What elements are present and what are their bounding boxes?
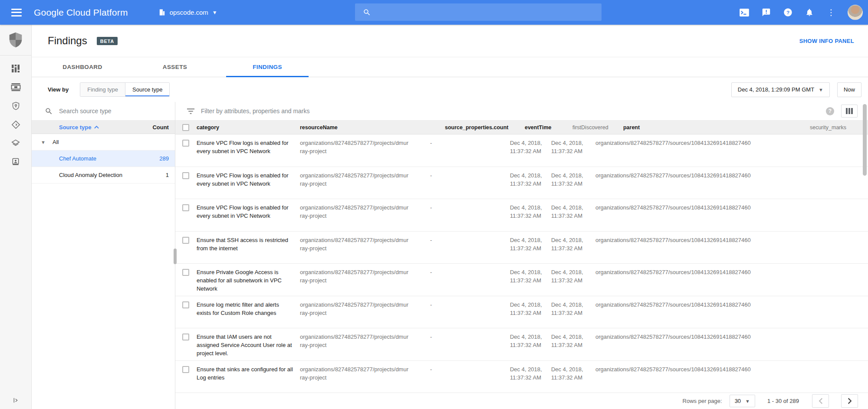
- left-nav-rail: [0, 25, 32, 409]
- row-checkbox[interactable]: [182, 366, 189, 373]
- gcp-security-findings-page: Google Cloud Platform opscode.com ▼ ?: [0, 0, 868, 409]
- cell-category: Ensure that sinks are configured for all…: [197, 365, 300, 393]
- show-info-panel-link[interactable]: SHOW INFO PANEL: [799, 38, 854, 44]
- expander-triangle-icon[interactable]: ▼: [41, 140, 47, 145]
- tab-assets[interactable]: ASSETS: [134, 57, 216, 77]
- source-row-chef-automate[interactable]: Chef Automate 289: [32, 151, 175, 167]
- scrollbar-thumb[interactable]: [863, 104, 867, 176]
- table-row[interactable]: Ensure VPC Flow logs is enabled for ever…: [175, 167, 868, 200]
- feedback-icon[interactable]: [761, 7, 771, 18]
- sources-icon[interactable]: [7, 137, 24, 149]
- row-checkbox[interactable]: [182, 172, 189, 179]
- time-select-button[interactable]: Dec 4, 2018, 1:29:09 PM GMT ▼: [731, 82, 830, 97]
- global-search[interactable]: [355, 3, 602, 21]
- cell-category: Ensure VPC Flow logs is enabled for ever…: [197, 139, 300, 167]
- column-header-event-time[interactable]: eventTime: [525, 124, 572, 131]
- cell-source-properties-count: -: [430, 236, 510, 264]
- cell-source-properties-count: -: [430, 301, 510, 328]
- source-type-search-input[interactable]: [53, 108, 175, 115]
- column-header-security-marks[interactable]: security_marks: [810, 124, 868, 131]
- time-select-value: Dec 4, 2018, 1:29:09 PM GMT: [738, 86, 814, 93]
- findings-filter-input[interactable]: [195, 108, 826, 115]
- cell-security-marks: [782, 301, 868, 328]
- source-row-all[interactable]: ▼ All: [32, 134, 175, 151]
- source-type-column-header[interactable]: Source type: [59, 124, 99, 131]
- table-row[interactable]: Ensure VPC Flow logs is enabled for ever…: [175, 134, 868, 167]
- org-name: opscode.com: [170, 9, 208, 16]
- cell-event-time: Dec 4, 2018, 11:37:32 AM: [510, 139, 551, 167]
- panel-resize-handle[interactable]: [174, 249, 177, 264]
- filter-help-icon[interactable]: ?: [826, 107, 834, 115]
- row-checkbox[interactable]: [182, 237, 189, 244]
- column-header-category[interactable]: category: [197, 124, 300, 131]
- cell-first-discovered: Dec 4, 2018, 11:37:32 AM: [551, 171, 595, 199]
- source-panel-header: Source type Count: [32, 121, 175, 134]
- tab-findings[interactable]: FINDINGS: [226, 57, 309, 77]
- row-checkbox[interactable]: [182, 204, 189, 211]
- security-command-center-logo[interactable]: [0, 25, 31, 56]
- org-selector[interactable]: opscode.com ▼: [158, 9, 217, 16]
- chevron-right-icon: [848, 398, 852, 404]
- row-checkbox[interactable]: [182, 140, 189, 147]
- source-row-cloud-anomaly-detection[interactable]: Cloud Anomaly Detection 1: [32, 167, 175, 183]
- toggle-finding-type[interactable]: Finding type: [80, 83, 125, 96]
- column-header-source-properties-count[interactable]: source_properties.count: [445, 124, 525, 131]
- table-row[interactable]: Ensure Private Google Access is enabled …: [175, 264, 868, 296]
- column-header-parent[interactable]: parent: [623, 124, 810, 131]
- cell-security-marks: [782, 365, 868, 393]
- rows-per-page-label: Rows per page:: [683, 398, 722, 404]
- cell-resource-name: organizations/827482578277/projects/dmur…: [300, 365, 430, 393]
- row-checkbox[interactable]: [182, 301, 189, 308]
- findings-icon[interactable]: [7, 100, 24, 111]
- previous-page-button[interactable]: [812, 394, 829, 408]
- now-button[interactable]: Now: [837, 82, 861, 97]
- table-row[interactable]: Ensure that SSH access is restricted fro…: [175, 232, 868, 264]
- select-all-checkbox[interactable]: [182, 124, 189, 131]
- more-options-icon[interactable]: ⋮: [826, 7, 836, 18]
- table-row[interactable]: Ensure VPC Flow logs is enabled for ever…: [175, 199, 868, 232]
- table-row[interactable]: Ensure log metric filter and alerts exis…: [175, 296, 868, 329]
- row-checkbox[interactable]: [182, 269, 189, 276]
- avatar[interactable]: [848, 5, 863, 20]
- anomalies-icon[interactable]: [7, 119, 24, 130]
- assets-icon[interactable]: [7, 82, 24, 93]
- notifications-bell-icon[interactable]: [804, 7, 815, 18]
- chevron-down-icon: ▼: [212, 10, 217, 16]
- hamburger-menu-icon[interactable]: [11, 9, 22, 16]
- top-app-bar: Google Cloud Platform opscode.com ▼ ?: [0, 0, 868, 25]
- cell-security-marks: [782, 268, 868, 296]
- cell-category: Ensure VPC Flow logs is enabled for ever…: [197, 203, 300, 231]
- column-display-options-button[interactable]: [841, 105, 858, 118]
- cell-parent: organizations/827482578277/sources/10841…: [595, 301, 782, 328]
- security-marks-icon[interactable]: [7, 156, 24, 167]
- rows-per-page-select[interactable]: 30 ▼: [730, 395, 755, 407]
- cell-source-properties-count: -: [430, 139, 510, 167]
- toggle-source-type[interactable]: Source type: [125, 83, 169, 96]
- cloud-shell-icon[interactable]: [739, 7, 750, 18]
- vertical-scrollbar[interactable]: [863, 104, 867, 392]
- table-row[interactable]: Ensure that IAM users are not assigned S…: [175, 328, 868, 361]
- tab-dashboard[interactable]: DASHBOARD: [41, 57, 124, 77]
- count-column-header[interactable]: Count: [152, 124, 169, 131]
- cell-category: Ensure VPC Flow logs is enabled for ever…: [197, 171, 300, 199]
- cell-resource-name: organizations/827482578277/projects/dmur…: [300, 333, 430, 360]
- page-header: Findings BETA SHOW INFO PANEL: [32, 25, 868, 57]
- findings-table-section: ? category resourceName source_propertie…: [175, 102, 868, 409]
- next-page-button[interactable]: [841, 394, 858, 408]
- cell-source-properties-count: -: [430, 268, 510, 296]
- svg-text:?: ?: [786, 10, 789, 16]
- cell-first-discovered: Dec 4, 2018, 11:37:32 AM: [551, 301, 595, 328]
- expand-rail-icon[interactable]: [0, 397, 32, 404]
- row-checkbox[interactable]: [182, 334, 189, 340]
- cell-resource-name: organizations/827482578277/projects/dmur…: [300, 301, 430, 328]
- filter-icon: [187, 108, 195, 115]
- cell-category: Ensure that IAM users are not assigned S…: [197, 333, 300, 360]
- cell-resource-name: organizations/827482578277/projects/dmur…: [300, 203, 430, 231]
- column-header-first-discovered[interactable]: firstDiscovered: [572, 124, 623, 131]
- table-row[interactable]: Ensure that sinks are configured for all…: [175, 361, 868, 393]
- source-type-panel: Source type Count ▼ All Chef Automate 28…: [32, 102, 175, 409]
- column-header-resource-name[interactable]: resourceName: [300, 124, 445, 131]
- global-search-input[interactable]: [371, 9, 602, 16]
- dashboard-icon[interactable]: [7, 63, 24, 74]
- help-icon[interactable]: ?: [783, 7, 793, 18]
